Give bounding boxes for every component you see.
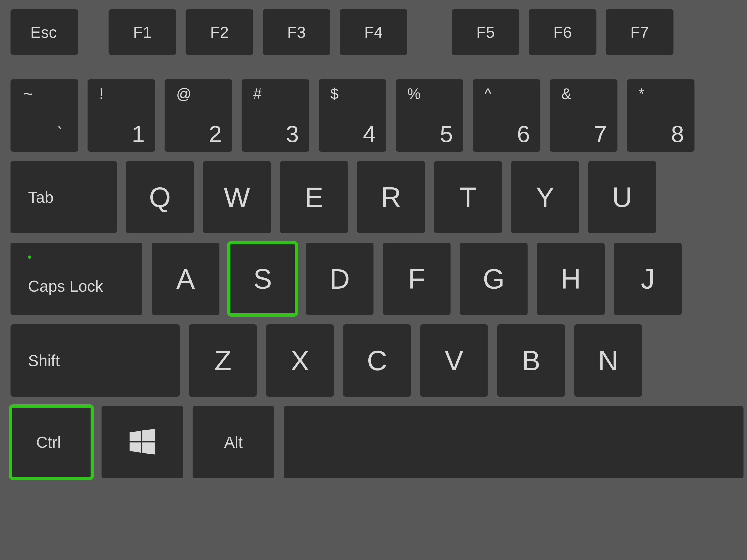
key-esc[interactable]: Esc bbox=[10, 9, 78, 55]
key-e-label: E bbox=[280, 161, 348, 233]
key-alt[interactable]: Alt bbox=[192, 406, 274, 478]
key-b-label: B bbox=[497, 324, 565, 397]
key-4-lower: 4 bbox=[363, 121, 376, 148]
key-capslock[interactable]: Caps Lock bbox=[10, 243, 143, 315]
key-5[interactable]: % 5 bbox=[396, 79, 463, 152]
key-f7-label: F7 bbox=[606, 23, 673, 41]
capslock-led-icon bbox=[28, 256, 31, 259]
key-f5-label: F5 bbox=[452, 23, 519, 41]
keyboard-diagram: Esc F1 F2 F3 F4 F5 F6 F7 ~ ` bbox=[0, 0, 747, 560]
key-5-lower: 5 bbox=[440, 121, 453, 148]
key-w[interactable]: W bbox=[203, 161, 271, 233]
key-backtick-upper: ~ bbox=[23, 84, 33, 103]
key-f[interactable]: F bbox=[383, 243, 450, 315]
key-g-label: G bbox=[460, 243, 527, 315]
key-z[interactable]: Z bbox=[189, 324, 257, 397]
key-q-label: Q bbox=[126, 161, 194, 233]
key-v-label: V bbox=[420, 324, 488, 397]
key-x-label: X bbox=[266, 324, 334, 397]
key-a-label: A bbox=[152, 243, 220, 315]
key-y-label: Y bbox=[511, 161, 579, 233]
key-2-upper: @ bbox=[176, 85, 191, 102]
key-4-upper: $ bbox=[330, 85, 339, 102]
key-f6[interactable]: F6 bbox=[529, 9, 596, 55]
key-j[interactable]: J bbox=[614, 243, 681, 315]
key-7-upper: & bbox=[561, 85, 571, 102]
key-backtick-lower: ` bbox=[57, 123, 63, 145]
key-tab[interactable]: Tab bbox=[10, 161, 117, 233]
key-t[interactable]: T bbox=[434, 161, 502, 233]
key-j-label: J bbox=[614, 243, 681, 315]
key-f3-label: F3 bbox=[263, 23, 330, 41]
key-8-lower: 8 bbox=[671, 121, 684, 148]
key-3-lower: 3 bbox=[286, 121, 299, 148]
key-c-label: C bbox=[343, 324, 411, 397]
key-2[interactable]: @ 2 bbox=[164, 79, 232, 152]
key-n-label: N bbox=[574, 324, 642, 397]
svg-marker-1 bbox=[143, 429, 155, 441]
key-a[interactable]: A bbox=[152, 243, 220, 315]
key-f4[interactable]: F4 bbox=[340, 9, 407, 55]
key-b[interactable]: B bbox=[497, 324, 565, 397]
key-n[interactable]: N bbox=[574, 324, 642, 397]
key-backtick[interactable]: ~ ` bbox=[10, 79, 78, 152]
key-7[interactable]: & 7 bbox=[550, 79, 617, 152]
key-1-upper: ! bbox=[99, 85, 103, 102]
key-ctrl-label: Ctrl bbox=[36, 433, 61, 451]
key-h[interactable]: H bbox=[537, 243, 604, 315]
key-windows[interactable] bbox=[102, 406, 183, 478]
key-space[interactable] bbox=[284, 406, 744, 478]
key-f2[interactable]: F2 bbox=[186, 9, 253, 55]
key-shift[interactable]: Shift bbox=[10, 324, 180, 397]
key-f1[interactable]: F1 bbox=[108, 9, 176, 55]
key-6[interactable]: ^ 6 bbox=[473, 79, 540, 152]
key-z-label: Z bbox=[189, 324, 257, 397]
key-g[interactable]: G bbox=[460, 243, 527, 315]
key-d-label: D bbox=[306, 243, 374, 315]
key-3[interactable]: # 3 bbox=[241, 79, 309, 152]
key-capslock-label: Caps Lock bbox=[28, 277, 103, 295]
key-5-upper: % bbox=[407, 85, 421, 102]
key-v[interactable]: V bbox=[420, 324, 488, 397]
key-alt-label: Alt bbox=[192, 406, 274, 478]
key-f1-label: F1 bbox=[108, 23, 176, 41]
key-space-label bbox=[284, 406, 744, 478]
key-f3[interactable]: F3 bbox=[263, 9, 330, 55]
key-r[interactable]: R bbox=[357, 161, 425, 233]
key-f6-label: F6 bbox=[529, 23, 596, 41]
key-1[interactable]: ! 1 bbox=[87, 79, 155, 152]
key-x[interactable]: X bbox=[266, 324, 334, 397]
key-u[interactable]: U bbox=[588, 161, 656, 233]
key-w-label: W bbox=[203, 161, 271, 233]
key-6-lower: 6 bbox=[517, 121, 530, 148]
key-1-lower: 1 bbox=[132, 121, 145, 148]
key-d[interactable]: D bbox=[306, 243, 374, 315]
key-s-label: S bbox=[229, 243, 297, 315]
key-8-upper: * bbox=[639, 85, 644, 102]
key-u-label: U bbox=[588, 161, 656, 233]
key-s[interactable]: S bbox=[229, 243, 297, 315]
key-f2-label: F2 bbox=[186, 23, 253, 41]
key-h-label: H bbox=[537, 243, 604, 315]
key-2-lower: 2 bbox=[209, 121, 222, 148]
key-y[interactable]: Y bbox=[511, 161, 579, 233]
windows-logo-icon bbox=[130, 429, 155, 455]
svg-marker-3 bbox=[143, 443, 155, 455]
key-q[interactable]: Q bbox=[126, 161, 194, 233]
key-esc-label: Esc bbox=[30, 23, 57, 41]
key-f7[interactable]: F7 bbox=[606, 9, 673, 55]
key-tab-label: Tab bbox=[28, 188, 54, 206]
key-7-lower: 7 bbox=[594, 121, 607, 148]
key-f5[interactable]: F5 bbox=[452, 9, 519, 55]
key-3-upper: # bbox=[253, 85, 262, 102]
key-c[interactable]: C bbox=[343, 324, 411, 397]
key-ctrl[interactable]: Ctrl bbox=[10, 406, 92, 478]
key-f4-label: F4 bbox=[340, 23, 407, 41]
svg-marker-2 bbox=[130, 443, 141, 453]
key-4[interactable]: $ 4 bbox=[319, 79, 386, 152]
key-6-upper: ^ bbox=[484, 85, 491, 102]
key-r-label: R bbox=[357, 161, 425, 233]
key-8[interactable]: * 8 bbox=[627, 79, 694, 152]
key-shift-label: Shift bbox=[28, 351, 60, 370]
key-e[interactable]: E bbox=[280, 161, 348, 233]
